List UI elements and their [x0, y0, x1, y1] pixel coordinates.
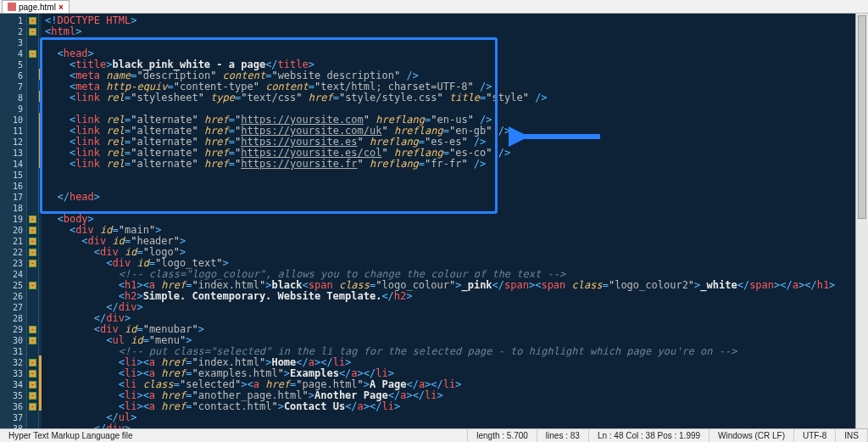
vertical-scrollbar[interactable] [855, 14, 868, 428]
status-eol[interactable]: Windows (CR LF) [709, 429, 794, 442]
tab-filename: page.html [19, 3, 56, 12]
status-insert-mode[interactable]: INS [836, 429, 868, 442]
status-filetype: Hyper Text Markup Language file [0, 429, 468, 442]
html-file-icon [8, 3, 16, 11]
status-length: length : 5.700 [468, 429, 537, 442]
scrollbar-thumb[interactable] [858, 15, 866, 219]
tab-close-icon[interactable]: × [58, 3, 64, 12]
file-tab[interactable]: page.html × [2, 0, 70, 13]
code-area[interactable]: <!DOCTYPE HTML><html> <head> <title>blac… [42, 14, 868, 428]
code-editor[interactable]: 1234567891011121314151617181920212223242… [0, 14, 868, 428]
status-encoding[interactable]: UTF-8 [794, 429, 836, 442]
fold-margin[interactable]: ---------------- [27, 14, 39, 428]
tab-bar: page.html × [0, 0, 868, 14]
status-bar: Hyper Text Markup Language file length :… [0, 428, 868, 442]
status-position: Ln : 48 Col : 38 Pos : 1.999 [589, 429, 709, 442]
status-lines: lines : 83 [537, 429, 589, 442]
line-number-gutter: 1234567891011121314151617181920212223242… [0, 14, 27, 428]
